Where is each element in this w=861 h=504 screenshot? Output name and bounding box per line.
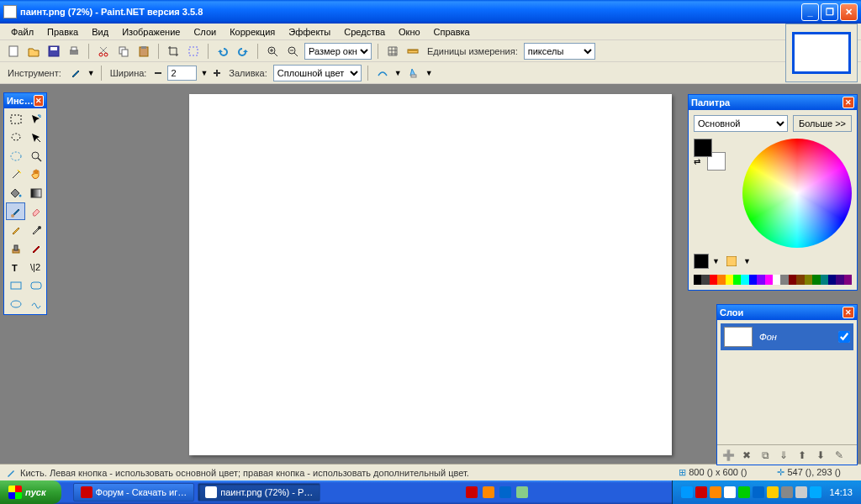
palette-color[interactable] xyxy=(780,275,788,285)
taskbar-item-1[interactable]: Форум - Скачать иг… xyxy=(73,483,195,501)
tool-magic-wand[interactable] xyxy=(6,165,25,183)
menu-window[interactable]: Окно xyxy=(393,25,426,39)
palette-color[interactable] xyxy=(701,275,709,285)
fg-bg-swatches[interactable]: ⇄ xyxy=(694,139,726,171)
antialiasing-button[interactable] xyxy=(374,65,391,81)
move-layer-down-button[interactable]: ⬇ xyxy=(813,448,828,463)
palette-color[interactable] xyxy=(741,275,748,285)
maximize-button[interactable]: ❐ xyxy=(821,3,838,21)
palette-color[interactable] xyxy=(844,275,852,285)
palette-color[interactable] xyxy=(757,275,764,285)
current-tool-icon[interactable] xyxy=(67,65,84,81)
palette-more-button[interactable]: Больше >> xyxy=(793,115,852,132)
width-input[interactable] xyxy=(167,66,197,81)
canvas[interactable] xyxy=(189,94,672,455)
deselect-button[interactable] xyxy=(185,43,202,60)
move-layer-up-button[interactable]: ⬆ xyxy=(795,448,810,463)
palette-color[interactable] xyxy=(836,275,843,285)
palette-color[interactable] xyxy=(717,275,725,285)
undo-button[interactable] xyxy=(214,43,231,60)
add-layer-button[interactable]: ➕ xyxy=(721,448,736,463)
tool-recolor[interactable] xyxy=(26,239,45,257)
tool-rect-select[interactable] xyxy=(6,110,25,128)
color-wheel[interactable] xyxy=(742,139,852,248)
palette-panel-close-button[interactable]: ✕ xyxy=(843,97,854,108)
tool-ellipse-select[interactable] xyxy=(6,147,25,165)
palette-color[interactable] xyxy=(733,275,741,285)
tool-line[interactable]: \|2 xyxy=(26,258,45,276)
tray-app-icon-4[interactable] xyxy=(516,486,528,498)
color-mode-select[interactable]: Основной xyxy=(694,115,788,132)
palette-color[interactable] xyxy=(821,275,828,285)
redo-button[interactable] xyxy=(235,43,251,60)
cut-button[interactable] xyxy=(95,43,112,60)
menu-adjustments[interactable]: Коррекция xyxy=(224,25,281,39)
tool-lasso[interactable] xyxy=(6,129,25,146)
tool-rectangle[interactable] xyxy=(6,276,25,294)
swap-colors-icon[interactable]: ⇄ xyxy=(694,157,705,169)
clock[interactable]: 14:13 xyxy=(829,487,853,497)
tray-icon-9[interactable] xyxy=(795,486,807,498)
start-button[interactable]: пуск xyxy=(0,480,61,504)
layer-row[interactable]: Фон xyxy=(721,323,853,350)
fg-color-swatch[interactable] xyxy=(694,139,712,157)
tool-move-pixels[interactable] xyxy=(26,129,45,146)
menu-layers[interactable]: Слои xyxy=(188,25,222,39)
menu-file[interactable]: Файл xyxy=(5,25,40,39)
tray-icon-7[interactable] xyxy=(767,486,779,498)
layers-panel-close-button[interactable]: ✕ xyxy=(843,307,854,318)
delete-layer-button[interactable]: ✖ xyxy=(739,448,754,463)
close-button[interactable]: ✕ xyxy=(840,3,858,21)
tool-zoom[interactable] xyxy=(26,147,45,165)
tool-text[interactable]: T xyxy=(6,258,25,276)
palette-color[interactable] xyxy=(789,275,796,285)
menu-help[interactable]: Справка xyxy=(428,25,476,39)
width-minus-button[interactable] xyxy=(152,65,164,81)
tool-ellipse[interactable] xyxy=(6,295,25,312)
copy-button[interactable] xyxy=(115,43,132,60)
ruler-button[interactable] xyxy=(404,43,421,60)
tray-app-icon-3[interactable] xyxy=(499,486,511,498)
palette-color[interactable] xyxy=(694,275,701,285)
new-button[interactable] xyxy=(5,43,22,60)
tray-app-icon-2[interactable] xyxy=(483,486,494,498)
zoom-in-button[interactable] xyxy=(264,43,281,60)
merge-layer-button[interactable]: ⇓ xyxy=(776,448,791,463)
tool-freeform[interactable] xyxy=(26,295,45,312)
menu-view[interactable]: Вид xyxy=(86,25,114,39)
tray-icon-2[interactable] xyxy=(695,486,707,498)
grid-button[interactable] xyxy=(384,43,401,60)
menu-effects[interactable]: Эффекты xyxy=(283,25,336,39)
open-button[interactable] xyxy=(25,43,42,60)
layer-visibility-checkbox[interactable] xyxy=(838,331,850,343)
palette-color[interactable] xyxy=(805,275,812,285)
tool-paintbrush[interactable] xyxy=(6,202,25,220)
tray-icon-4[interactable] xyxy=(724,486,736,498)
menu-tools[interactable]: Средства xyxy=(338,25,391,39)
tray-icon-6[interactable] xyxy=(753,486,764,498)
tools-panel-header[interactable]: Инс… ✕ xyxy=(4,93,46,108)
tools-panel-close-button[interactable]: ✕ xyxy=(34,95,44,107)
duplicate-layer-button[interactable]: ⧉ xyxy=(758,448,773,463)
palette-color[interactable] xyxy=(749,275,757,285)
zoom-select[interactable]: Размер окн xyxy=(304,43,372,60)
palette-color[interactable] xyxy=(796,275,804,285)
crop-button[interactable] xyxy=(165,43,182,60)
tool-pan[interactable] xyxy=(26,165,45,183)
tray-icon-1[interactable] xyxy=(681,486,693,498)
paste-button[interactable] xyxy=(135,43,152,60)
minimize-button[interactable]: _ xyxy=(801,3,819,21)
tool-color-picker[interactable] xyxy=(26,221,45,239)
palette-strip[interactable] xyxy=(694,275,852,285)
tray-app-icon-1[interactable] xyxy=(466,486,478,498)
tool-gradient[interactable] xyxy=(26,184,45,202)
layers-panel-header[interactable]: Слои ✕ xyxy=(717,305,857,320)
minimap[interactable] xyxy=(785,24,858,82)
palette-color[interactable] xyxy=(773,275,780,285)
blend-mode-button[interactable] xyxy=(405,65,422,81)
tool-move-selection[interactable] xyxy=(26,110,45,128)
fill-select[interactable]: Сплошной цвет xyxy=(273,65,362,81)
palette-options-icon[interactable] xyxy=(723,253,740,270)
tray-icon-5[interactable] xyxy=(738,486,750,498)
palette-color[interactable] xyxy=(765,275,773,285)
